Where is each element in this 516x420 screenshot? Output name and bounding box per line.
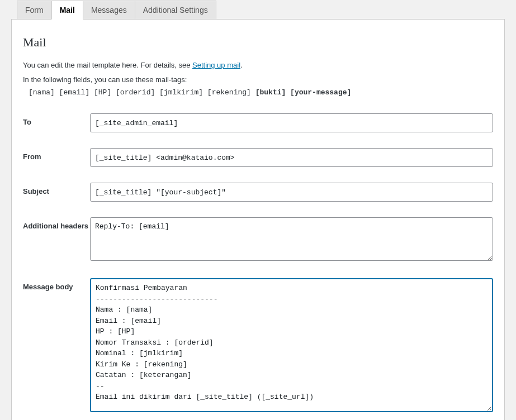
tab-mail[interactable]: Mail — [51, 1, 83, 20]
tab-form[interactable]: Form — [17, 1, 52, 19]
mail-tags-plain: [nama] [email] [HP] [orderid] [jmlkirim]… — [29, 88, 255, 97]
from-label: From — [23, 148, 90, 161]
section-title: Mail — [23, 35, 493, 50]
to-input[interactable] — [90, 113, 493, 132]
additional-headers-label: Additional headers — [23, 217, 90, 230]
setting-up-mail-link[interactable]: Setting up mail — [192, 61, 240, 69]
desc-line2: In the following fields, you can use the… — [23, 74, 493, 85]
desc-line1: You can edit the mail template here. For… — [23, 60, 493, 71]
tab-additional-settings[interactable]: Additional Settings — [135, 1, 216, 19]
desc-line1-prefix: You can edit the mail template here. For… — [23, 61, 192, 69]
tabs: Form Mail Messages Additional Settings — [11, 0, 505, 19]
mail-tags: [nama] [email] [HP] [orderid] [jmlkirim]… — [23, 88, 493, 97]
from-input[interactable] — [90, 148, 493, 167]
to-label: To — [23, 113, 90, 126]
tab-messages[interactable]: Messages — [83, 1, 135, 19]
desc-line1-suffix: . — [240, 61, 243, 69]
additional-headers-textarea[interactable] — [90, 217, 493, 261]
subject-label: Subject — [23, 183, 90, 195]
mail-panel: Mail You can edit the mail template here… — [11, 19, 505, 420]
mail-tags-bold: [bukti] [your-message] — [255, 88, 352, 97]
message-body-label: Message body — [23, 278, 90, 291]
subject-input[interactable] — [90, 183, 493, 202]
message-body-textarea[interactable] — [90, 278, 493, 412]
